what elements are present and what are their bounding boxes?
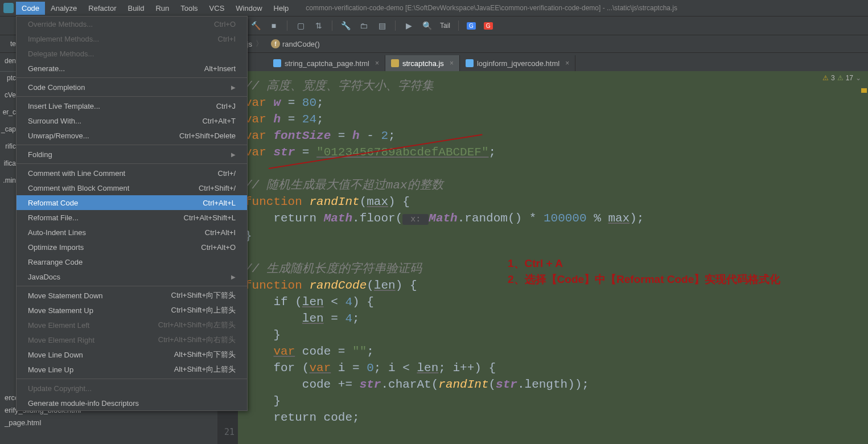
- code-menu-dropdown: Override Methods...Ctrl+OImplement Metho…: [16, 16, 248, 411]
- menu-item-comment-with-line-comment[interactable]: Comment with Line CommentCtrl+/: [17, 166, 247, 180]
- menu-item-reformat-code[interactable]: Reformat CodeCtrl+Alt+L: [17, 195, 247, 210]
- menu-help[interactable]: Help: [268, 2, 295, 15]
- menu-item-implement-methods-: Implement Methods...Ctrl+I: [17, 31, 247, 46]
- translate-icon[interactable]: G: [467, 22, 476, 30]
- tab-strcaptcha-js[interactable]: strcaptcha.js ×: [385, 55, 460, 71]
- menu-analyze[interactable]: Analyze: [45, 2, 83, 15]
- menu-window[interactable]: Window: [230, 2, 268, 15]
- menu-item-insert-live-template-[interactable]: Insert Live Template...Ctrl+J: [17, 98, 247, 113]
- line-number: 21: [217, 424, 238, 441]
- separator: [332, 20, 332, 31]
- app-icon: [3, 3, 14, 13]
- menu-item-move-element-left: Move Element LeftCtrl+Alt+Shift+向左箭头: [17, 318, 247, 332]
- window-title: common-verification-code-demo [E:\SoftDe…: [306, 4, 677, 12]
- js-file-icon: [391, 59, 399, 67]
- menu-tools[interactable]: Tools: [175, 2, 203, 15]
- menu-code[interactable]: Code: [16, 2, 45, 15]
- menu-item-move-line-up[interactable]: Move Line UpAlt+Shift+向上箭头: [17, 362, 247, 377]
- menu-item-surround-with-[interactable]: Surround With...Ctrl+Alt+T: [17, 113, 247, 128]
- line-number: 22: [217, 441, 238, 444]
- menu-item-folding[interactable]: Folding▶: [17, 147, 247, 162]
- menu-item-move-element-right: Move Element RightCtrl+Alt+Shift+向右箭头: [17, 332, 247, 347]
- tab-string-captcha-page[interactable]: string_captcha_page.html ×: [268, 55, 385, 71]
- tab-label: strcaptcha.js: [402, 59, 444, 68]
- menu-item-move-statement-up[interactable]: Move Statement UpCtrl+Shift+向上箭头: [17, 303, 247, 318]
- tab-loginform-jqvercode[interactable]: loginform_jqvercode.html ×: [460, 55, 575, 71]
- menu-bar: Code Analyze Refactor Build Run Tools VC…: [0, 0, 868, 17]
- menu-item-javadocs[interactable]: JavaDocs▶: [17, 269, 247, 284]
- menu-item-code-completion[interactable]: Code Completion▶: [17, 80, 247, 94]
- breadcrumb-function[interactable]: randCode(): [282, 40, 320, 48]
- project-tree-partial: tedenptccVeer_c_caprificifica.min: [0, 35, 17, 189]
- hammer-icon[interactable]: 🔨: [250, 20, 261, 31]
- menu-item-auto-indent-lines[interactable]: Auto-Indent LinesCtrl+Alt+I: [17, 225, 247, 240]
- menu-vcs[interactable]: VCS: [204, 2, 231, 15]
- separator: [395, 20, 396, 31]
- menu-item-override-methods-: Override Methods...Ctrl+O: [17, 17, 247, 31]
- separator: [287, 20, 287, 31]
- close-icon[interactable]: ×: [565, 59, 569, 67]
- html-file-icon: [273, 59, 281, 67]
- play-icon[interactable]: ▶: [404, 20, 414, 31]
- menu-item-generate-[interactable]: Generate...Alt+Insert: [17, 61, 247, 76]
- editor[interactable]: ⚠3 ⚠17 ⌄ 21 22 // 高度、宽度、字符大小、字符集 var w =…: [217, 71, 868, 444]
- file-item[interactable]: _page.html: [5, 417, 107, 429]
- menu-item-move-statement-down[interactable]: Move Statement DownCtrl+Shift+向下箭头: [17, 288, 247, 303]
- html-file-icon: [466, 59, 474, 67]
- menu-build[interactable]: Build: [122, 2, 150, 15]
- function-badge-icon: f: [271, 39, 280, 48]
- menu-item-update-copyright-: Update Copyright...: [17, 381, 247, 396]
- chevron-right-icon: 〉: [256, 39, 263, 49]
- separator: [458, 20, 459, 31]
- tab-label: loginform_jqvercode.html: [477, 59, 560, 68]
- menu-refactor[interactable]: Refactor: [83, 2, 122, 15]
- menu-item-comment-with-block-comment[interactable]: Comment with Block CommentCtrl+Shift+/: [17, 180, 247, 195]
- translate-icon[interactable]: G: [484, 22, 493, 30]
- menu-item-delegate-methods-: Delegate Methods...: [17, 46, 247, 61]
- tool-icon[interactable]: ▢: [295, 20, 306, 31]
- code-content[interactable]: // 高度、宽度、字符大小、字符集 var w = 80; var h = 24…: [245, 78, 868, 426]
- menu-run[interactable]: Run: [150, 2, 175, 15]
- tool-icon[interactable]: ⇅: [314, 20, 324, 31]
- search-icon[interactable]: 🔍: [422, 20, 432, 31]
- menu-item-reformat-file-[interactable]: Reformat File...Ctrl+Alt+Shift+L: [17, 210, 247, 225]
- annotation-text-1: 1、Ctrl + A: [508, 256, 563, 271]
- folder-icon[interactable]: 🗀: [359, 20, 369, 31]
- stack-icon[interactable]: ▤: [377, 20, 387, 31]
- annotation-text-2: 2、选择【Code】中【Reformat Code】实现代码格式化: [508, 272, 780, 287]
- close-icon[interactable]: ×: [375, 59, 379, 67]
- stop-icon[interactable]: ■: [269, 20, 279, 31]
- tab-label: string_captcha_page.html: [285, 59, 369, 68]
- menu-item-generate-module-info-descriptors[interactable]: Generate module-info Descriptors: [17, 396, 247, 410]
- menu-item-move-line-down[interactable]: Move Line DownAlt+Shift+向下箭头: [17, 347, 247, 362]
- menu-item-unwrap-remove-[interactable]: Unwrap/Remove...Ctrl+Shift+Delete: [17, 128, 247, 143]
- menu-item-optimize-imports[interactable]: Optimize ImportsCtrl+Alt+O: [17, 240, 247, 254]
- menu-item-rearrange-code[interactable]: Rearrange Code: [17, 254, 247, 269]
- tail-label[interactable]: Tail: [440, 22, 450, 30]
- wrench-icon[interactable]: 🔧: [340, 20, 351, 31]
- close-icon[interactable]: ×: [450, 59, 454, 67]
